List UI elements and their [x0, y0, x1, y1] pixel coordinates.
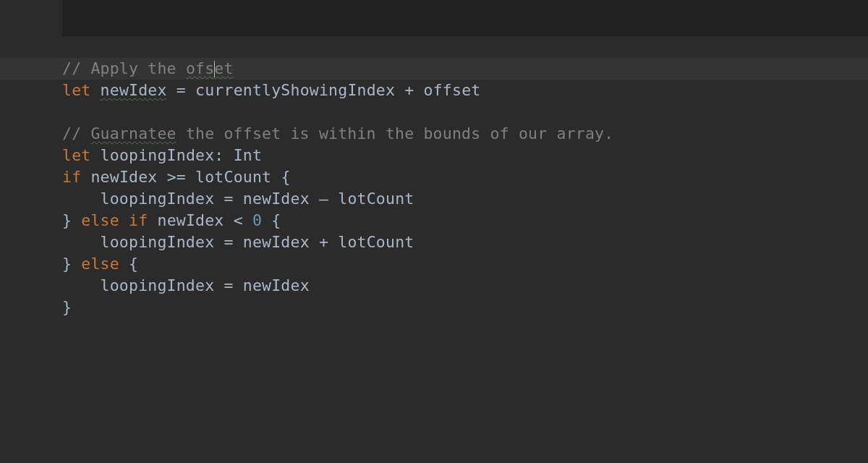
token-sp: [395, 80, 404, 101]
token-sp: [234, 232, 243, 253]
token-kw: let: [62, 145, 90, 166]
token-op: }: [62, 253, 72, 275]
token-id: lotCount: [195, 166, 271, 188]
token-sp: [72, 253, 81, 275]
token-sp: [90, 80, 100, 101]
token-comment: the offset is within the bounds of our a…: [176, 123, 614, 145]
token-op: >=: [167, 166, 186, 188]
token-sp: [310, 232, 319, 253]
token-id: newIdex: [243, 188, 310, 210]
code-line[interactable]: // Apply the ofset: [62, 58, 868, 80]
token-id: newIdex: [243, 232, 310, 253]
token-op: +: [319, 232, 328, 253]
token-id_typo: newIdex: [101, 80, 167, 101]
token-sp: [186, 166, 195, 188]
token-sp: [214, 188, 224, 210]
token-sp: [224, 145, 233, 166]
token-comment_typo: et: [214, 58, 233, 80]
token-op: =: [224, 275, 233, 297]
token-op: :: [214, 145, 224, 166]
token-id: loopingIndex: [101, 275, 215, 297]
code-editor[interactable]: // Apply the ofsetlet newIdex = currentl…: [0, 0, 868, 463]
token-sp: [148, 210, 157, 232]
token-sp: [234, 275, 243, 297]
code-line[interactable]: }: [62, 297, 868, 318]
token-op: =: [176, 80, 186, 101]
token-op: }: [62, 297, 72, 318]
token-op: =: [224, 232, 233, 253]
token-kw: let: [62, 80, 90, 101]
token-sp: [328, 232, 338, 253]
token-sp: [243, 210, 252, 232]
token-op: {: [129, 253, 138, 275]
token-sp: [214, 232, 224, 253]
token-op: {: [271, 210, 281, 232]
token-id: loopingIndex: [101, 188, 215, 210]
editor-toolstrip: [0, 0, 868, 36]
indent: [62, 188, 101, 210]
code-line[interactable]: } else {: [62, 253, 868, 275]
token-kw: else: [81, 253, 119, 275]
code-line[interactable]: let newIdex = currentlyShowingIndex + of…: [62, 80, 868, 101]
token-sp: [328, 188, 338, 210]
token-sp: [271, 166, 281, 188]
token-sp: [310, 188, 319, 210]
token-sp: [81, 166, 90, 188]
token-op: <: [234, 210, 243, 232]
code-line[interactable]: loopingIndex = newIdex + lotCount: [62, 232, 868, 253]
token-sp: [72, 210, 81, 232]
indent: [62, 275, 101, 297]
token-id: offset: [424, 80, 481, 101]
token-sp: [234, 188, 243, 210]
token-sp: [167, 80, 176, 101]
token-id: newIdex: [90, 166, 157, 188]
token-comment_typo: Guarnatee: [90, 123, 176, 145]
token-sp: [186, 80, 195, 101]
code-line[interactable]: if newIdex >= lotCount {: [62, 166, 868, 188]
token-comment_typo: ofs: [186, 58, 214, 80]
token-kw: if: [129, 210, 148, 232]
code-line[interactable]: } else if newIdex < 0 {: [62, 210, 868, 232]
token-comment: // Apply the: [62, 58, 186, 80]
token-id: newIdex: [243, 275, 310, 297]
code-line[interactable]: let loopingIndex: Int: [62, 145, 868, 166]
code-line[interactable]: loopingIndex = newIdex – lotCount: [62, 188, 868, 210]
token-op: }: [62, 210, 72, 232]
token-sp: [224, 210, 234, 232]
token-id: newIdex: [158, 210, 224, 232]
code-line[interactable]: // Guarnatee the offset is within the bo…: [62, 123, 868, 145]
token-kw: if: [62, 166, 81, 188]
code-line[interactable]: [62, 101, 868, 123]
token-sp: [119, 253, 129, 275]
token-op: –: [319, 188, 328, 210]
token-id: lotCount: [338, 232, 414, 253]
code-area[interactable]: // Apply the ofsetlet newIdex = currentl…: [0, 58, 868, 318]
token-op: {: [281, 166, 290, 188]
token-sp: [414, 80, 423, 101]
token-sp: [214, 275, 224, 297]
token-op: +: [404, 80, 414, 101]
token-op: =: [224, 188, 233, 210]
token-sp: [262, 210, 271, 232]
token-id: currentlyShowingIndex: [195, 80, 395, 101]
token-id: loopingIndex: [101, 232, 215, 253]
code-line[interactable]: loopingIndex = newIdex: [62, 275, 868, 297]
token-id: lotCount: [338, 188, 414, 210]
token-id: loopingIndex: [101, 145, 215, 166]
token-comment: //: [62, 123, 90, 145]
token-sp: [119, 210, 129, 232]
token-sp: [90, 145, 100, 166]
token-ty: Int: [234, 145, 262, 166]
token-num: 0: [252, 210, 262, 232]
token-kw: else: [81, 210, 119, 232]
indent: [62, 232, 101, 253]
token-sp: [157, 166, 166, 188]
